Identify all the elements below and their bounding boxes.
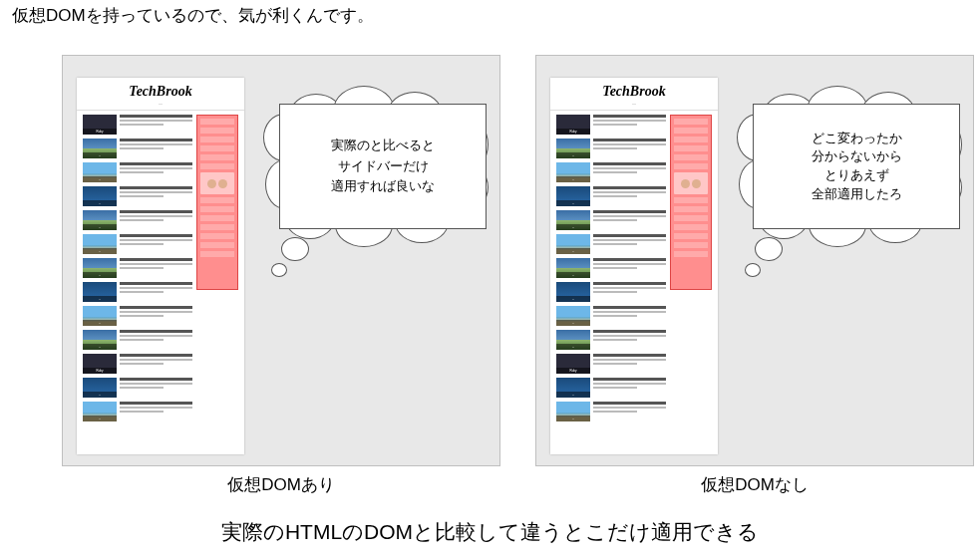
summary-text: 実際のHTMLのDOMと比較して違うとこだけ適用できる (0, 518, 980, 546)
main-column: Ruby - - - - - - - - - Ruby - - (83, 115, 192, 425)
thought-bubble-left: 実際のと比べると サイドバーだけ 適用すれば良いな (267, 104, 487, 271)
mock-website-left: TechBrook ― Ruby - - - - - - - - - Ruby … (77, 78, 244, 454)
bubble-line: 全部適用したろ (812, 185, 902, 204)
bubble-line: サイドバーだけ (338, 156, 429, 177)
panel-without-vdom: TechBrook ― Ruby - - - - - - - - - Ruby … (535, 55, 974, 466)
panel-with-vdom: TechBrook ― Ruby - - - - - - - - - Ruby … (62, 55, 500, 466)
bubble-line: 適用すれば良いな (331, 176, 435, 197)
site-tagline: ― (77, 101, 244, 111)
caption-without-vdom: 仮想DOMなし (535, 473, 974, 496)
thought-bubble-right: どこ変わったか 分からないから とりあえず 全部適用したろ (741, 104, 960, 271)
bubble-line: 実際のと比べると (331, 136, 435, 156)
bubble-line: 分からないから (812, 147, 902, 166)
bubble-line: とりあえず (824, 166, 889, 185)
sidebar-highlighted (670, 115, 712, 425)
main-column: Ruby - - - - - - - - - Ruby - - (556, 115, 666, 425)
site-logo: TechBrook (77, 78, 244, 101)
bubble-line: どこ変わったか (812, 130, 902, 148)
sidebar-highlighted (196, 115, 238, 425)
site-tagline: ― (550, 101, 718, 111)
mock-website-right: TechBrook ― Ruby - - - - - - - - - Ruby … (550, 78, 718, 454)
site-logo: TechBrook (550, 78, 718, 101)
headline-text: 仮想DOMを持っているので、気が利くんです。 (12, 4, 374, 27)
caption-with-vdom: 仮想DOMあり (62, 473, 500, 496)
